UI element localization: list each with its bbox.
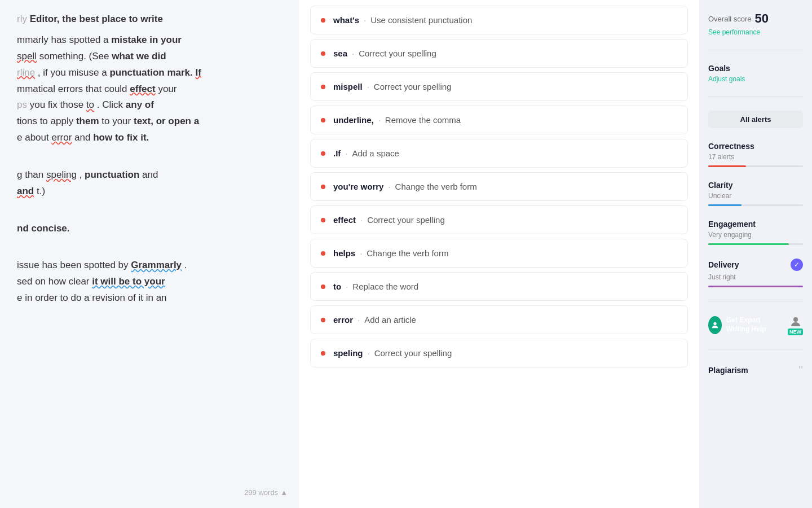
alert-word: to (333, 282, 341, 291)
alert-item[interactable]: speling·Correct your spelling (310, 339, 688, 367)
delivery-sub: Just right (708, 273, 803, 281)
alert-item[interactable]: underline,·Remove the comma (310, 106, 688, 134)
alert-suggestion: Add an article (364, 315, 416, 325)
engagement-label: Engagement (708, 220, 803, 229)
goals-title: Goals (708, 64, 803, 73)
engagement-section: Engagement Very engaging (708, 220, 803, 245)
correctness-label: Correctness (708, 142, 803, 151)
alert-item[interactable]: .If·Add a space (310, 139, 688, 168)
alert-word: underline, (333, 115, 374, 125)
alert-item[interactable]: helps·Change the verb form (310, 239, 688, 268)
expert-help-section[interactable]: Get Expert Writing Help NEW (708, 315, 803, 335)
plagiarism-section[interactable]: Plagiarism " (708, 363, 803, 378)
alert-dot-icon (321, 251, 325, 256)
expert-help-icon (708, 316, 722, 334)
alert-word: what's (333, 15, 359, 25)
alert-word: .If (333, 148, 341, 158)
alert-separator: · (378, 115, 381, 125)
svg-point-1 (793, 317, 798, 322)
divider-2 (708, 97, 803, 97)
alerts-panel: what's·Use consistent punctuationsea·Cor… (299, 0, 699, 508)
alert-item[interactable]: sea·Correct your spelling (310, 39, 688, 68)
alert-item[interactable]: mispell·Correct your spelling (310, 72, 688, 101)
alert-word: speling (333, 348, 363, 358)
engagement-bar (708, 243, 789, 245)
expert-help-label: Get Expert Writing Help (726, 316, 783, 334)
word-count: 299 words ▲ (244, 488, 288, 497)
delivery-label: Delivery (708, 260, 739, 269)
overall-score-section: Overall score 50 See performance (708, 11, 803, 36)
alert-suggestion: Correct your spelling (374, 82, 452, 91)
alert-dot-icon (321, 51, 325, 56)
editor-panel: rly Editor, the best place to write mmar… (0, 0, 299, 508)
alert-separator: · (352, 49, 354, 58)
alert-suggestion: Add a space (352, 148, 399, 158)
alert-word: error (333, 315, 353, 325)
alert-word: you're worry (333, 182, 383, 191)
correctness-bar-bg (708, 165, 803, 167)
clarity-bar-bg (708, 204, 803, 206)
correctness-sub: 17 alerts (708, 153, 803, 161)
goals-section: Goals Adjust goals (708, 64, 803, 83)
alert-separator: · (345, 148, 347, 158)
alert-word: helps (333, 248, 355, 258)
clarity-bar (708, 204, 742, 206)
alert-word: sea (333, 49, 347, 58)
alert-separator: · (360, 215, 363, 225)
delivery-section: Delivery ✓ Just right (708, 259, 803, 287)
svg-point-0 (713, 322, 716, 325)
alert-dot-icon (321, 218, 325, 222)
all-alerts-button[interactable]: All alerts (708, 111, 803, 128)
alert-suggestion: Change the verb form (395, 182, 477, 191)
alert-item[interactable]: error·Add an article (310, 305, 688, 334)
correctness-section: Correctness 17 alerts (708, 142, 803, 167)
alert-suggestion: Correct your spelling (359, 49, 436, 58)
plagiarism-label: Plagiarism (708, 366, 748, 375)
alert-separator: · (360, 248, 362, 258)
alert-separator: · (368, 348, 370, 358)
delivery-bar-bg (708, 286, 803, 287)
alert-item[interactable]: to·Replace the word (310, 272, 688, 301)
editor-text-partial: rly (17, 14, 30, 24)
alert-dot-icon (321, 351, 325, 356)
alert-item[interactable]: effect·Correct your spelling (310, 205, 688, 234)
alert-suggestion: Use consistent punctuation (370, 15, 472, 25)
delivery-checkmark-icon: ✓ (791, 259, 803, 271)
alert-suggestion: Remove the comma (385, 115, 461, 125)
divider-1 (708, 50, 803, 50)
clarity-label: Clarity (708, 181, 803, 190)
alert-separator: · (367, 82, 369, 91)
alert-word: mispell (333, 82, 363, 91)
alert-dot-icon (321, 18, 325, 23)
alert-suggestion: Correct your spelling (367, 215, 445, 225)
alert-dot-icon (321, 284, 325, 289)
overall-score-label: Overall score (708, 15, 752, 23)
alert-suggestion: Change the verb form (367, 248, 448, 258)
divider-4 (708, 349, 803, 349)
see-performance-link[interactable]: See performance (708, 28, 803, 36)
delivery-bar (708, 286, 803, 287)
clarity-sub: Unclear (708, 192, 803, 200)
alert-word: effect (333, 215, 356, 225)
adjust-goals-link[interactable]: Adjust goals (708, 75, 803, 83)
alert-item[interactable]: you're worry·Change the verb form (310, 172, 688, 201)
alert-suggestion: Replace the word (352, 282, 418, 291)
alert-suggestion: Correct your spelling (374, 348, 452, 358)
correctness-bar (708, 165, 746, 167)
alert-separator: · (358, 315, 360, 325)
score-sidebar: Overall score 50 See performance Goals A… (699, 0, 812, 508)
editor-content[interactable]: rly Editor, the best place to write mmar… (17, 11, 282, 306)
new-person-icon: NEW (788, 315, 803, 335)
alert-dot-icon (321, 318, 325, 322)
new-badge: NEW (788, 329, 803, 335)
divider-3 (708, 301, 803, 301)
alert-dot-icon (321, 151, 325, 156)
overall-score-number: 50 (755, 11, 769, 26)
alert-item[interactable]: what's·Use consistent punctuation (310, 6, 688, 34)
engagement-bar-bg (708, 243, 803, 245)
alert-separator: · (346, 282, 348, 291)
alert-dot-icon (321, 118, 325, 122)
alert-dot-icon (321, 85, 325, 89)
alert-separator: · (388, 182, 390, 191)
alert-separator: · (364, 15, 366, 25)
